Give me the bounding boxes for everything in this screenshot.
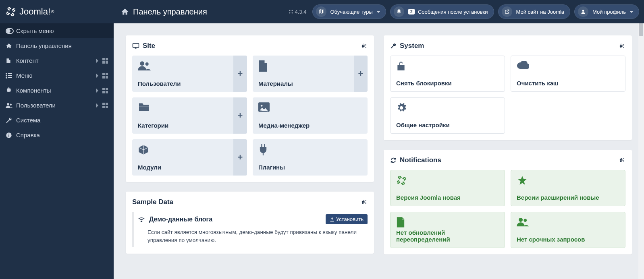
bell-icon xyxy=(394,6,404,17)
post-install-button[interactable]: 2 Сообщения после установки xyxy=(390,4,494,19)
site-link-button[interactable]: Мой сайт на Joomla xyxy=(498,4,571,19)
file-icon xyxy=(396,217,499,227)
sample-data-panel: Sample Data Демо-данные блога Установить… xyxy=(126,192,374,254)
chevron-down-icon xyxy=(629,9,633,15)
grid-icon[interactable] xyxy=(102,58,108,64)
notifications-panel: Notifications Версия Joomla новая Версии… xyxy=(384,150,632,254)
puzzle-icon xyxy=(6,87,16,94)
sidebar-item-users[interactable]: Пользователи xyxy=(0,98,114,113)
notif-joomla-version[interactable]: Версия Joomla новая xyxy=(390,170,505,206)
notifications-grid: Версия Joomla новая Версии расширений но… xyxy=(390,170,625,248)
notif-label: Версии расширений новые xyxy=(517,194,619,201)
svg-point-4 xyxy=(582,10,584,12)
quick-modules[interactable]: Модули + xyxy=(132,139,247,176)
star-icon xyxy=(517,175,619,186)
svg-point-1 xyxy=(291,10,293,11)
svg-point-33 xyxy=(8,133,9,134)
quick-users[interactable]: Пользователи + xyxy=(132,56,247,92)
svg-rect-30 xyxy=(106,106,108,108)
sidebar-toggle-label: Скрыть меню xyxy=(16,27,54,34)
sidebar-item-menus[interactable]: Меню xyxy=(0,68,114,83)
profile-label: Мой профиль xyxy=(592,9,626,15)
main-content: Site Пользователи + Материалы + Категори… xyxy=(114,23,644,279)
gear-icon[interactable] xyxy=(360,43,368,49)
svg-point-40 xyxy=(145,62,149,66)
svg-rect-23 xyxy=(102,91,105,93)
users-icon xyxy=(138,60,228,71)
sample-data-header: Sample Data xyxy=(132,198,368,206)
svg-point-26 xyxy=(10,103,12,105)
version-label: 4.3.4 xyxy=(289,9,307,15)
sidebar-item-system[interactable]: Система xyxy=(0,113,114,128)
notif-overrides[interactable]: Нет обновлений переопределений xyxy=(390,212,505,248)
grid-icon[interactable] xyxy=(102,73,108,79)
svg-point-45 xyxy=(362,201,364,203)
svg-rect-9 xyxy=(102,61,105,64)
info-icon xyxy=(6,132,16,138)
sidebar-item-content[interactable]: Контент xyxy=(0,53,114,68)
sidebar-item-help[interactable]: Справка xyxy=(0,128,114,143)
notif-requests[interactable]: Нет срочных запросов xyxy=(511,212,625,248)
profile-button[interactable]: Мой профиль xyxy=(574,4,639,19)
quick-label: Плагины xyxy=(258,164,362,171)
image-icon xyxy=(258,102,362,112)
quick-label: Категории xyxy=(138,122,228,129)
gear-icon[interactable] xyxy=(618,157,625,163)
brand-logo[interactable]: Joomla!® xyxy=(0,6,114,17)
svg-rect-32 xyxy=(8,134,9,136)
svg-point-46 xyxy=(366,200,366,201)
sys-label: Общие настройки xyxy=(396,122,499,128)
svg-point-35 xyxy=(362,45,364,47)
brand-text: Joomla! xyxy=(19,6,50,17)
list-icon xyxy=(6,73,16,79)
grid-icon[interactable] xyxy=(102,103,108,108)
gear-icon[interactable] xyxy=(360,199,368,205)
svg-rect-17 xyxy=(102,73,105,75)
plus-button[interactable]: + xyxy=(233,56,247,92)
wrench-icon xyxy=(390,43,397,49)
system-panel: System Снять блокировки Очистить кэш Общ… xyxy=(384,35,632,140)
tours-button[interactable]: Обучающие туры xyxy=(312,4,386,19)
sys-cache[interactable]: Очистить кэш xyxy=(511,56,625,92)
svg-point-2 xyxy=(289,12,290,14)
cloud-icon xyxy=(517,61,619,69)
sidebar-item-label: Компоненты xyxy=(16,87,51,94)
svg-point-0 xyxy=(289,10,290,11)
sys-label: Снять блокировки xyxy=(396,80,499,87)
joomla-icon xyxy=(396,175,499,186)
notifications-header: Notifications xyxy=(390,156,625,164)
sample-item-title: Демо-данные блога xyxy=(149,216,326,223)
quick-plugins[interactable]: Плагины + xyxy=(253,139,368,176)
system-panel-header: System xyxy=(390,42,625,50)
install-button[interactable]: Установить xyxy=(326,214,368,224)
svg-rect-14 xyxy=(8,75,12,76)
plus-button[interactable]: + xyxy=(233,139,247,176)
plus-button[interactable]: + xyxy=(233,97,247,134)
grid-icon[interactable] xyxy=(102,88,108,93)
scrollbar[interactable] xyxy=(638,0,644,279)
quick-label: Медиа-менеджер xyxy=(258,122,362,129)
site-link-label: Мой сайт на Joomla xyxy=(516,9,565,15)
svg-rect-22 xyxy=(106,88,108,90)
svg-point-42 xyxy=(261,105,263,107)
gear-icon[interactable] xyxy=(618,43,625,49)
sys-config[interactable]: Общие настройки xyxy=(390,97,505,134)
notif-extensions[interactable]: Версии расширений новые xyxy=(511,170,625,206)
notif-label: Версия Joomla новая xyxy=(396,194,499,201)
chevron-down-icon xyxy=(376,9,380,15)
sidebar-item-label: Пользователи xyxy=(16,102,56,109)
sidebar-item-components[interactable]: Компоненты xyxy=(0,83,114,98)
quick-articles[interactable]: Материалы + xyxy=(253,56,368,92)
notif-label: Нет срочных запросов xyxy=(517,236,619,243)
chevron-right-icon xyxy=(95,88,98,93)
quick-categories[interactable]: Категории + xyxy=(132,97,247,134)
desktop-icon xyxy=(132,43,139,49)
plus-button[interactable]: + xyxy=(354,56,368,92)
quick-media[interactable]: Медиа-менеджер + xyxy=(253,97,368,134)
sys-unlock[interactable]: Снять блокировки xyxy=(390,56,505,92)
sidebar-item-dashboard[interactable]: Панель управления xyxy=(0,38,114,53)
sidebar-toggle[interactable]: Скрыть меню xyxy=(0,23,114,38)
svg-rect-10 xyxy=(106,61,108,64)
home-icon xyxy=(6,43,16,49)
plug-icon xyxy=(258,144,362,155)
